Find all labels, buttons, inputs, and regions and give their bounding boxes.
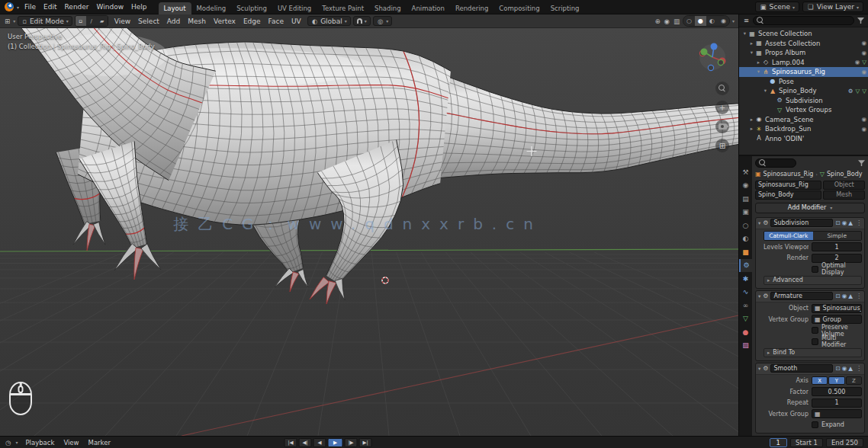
display-viewport-icon[interactable]: ⊡	[835, 293, 840, 299]
jump-to-end-button[interactable]: ▶|	[359, 438, 372, 447]
display-editmode-icon[interactable]: ▲	[848, 219, 853, 226]
menu-render[interactable]: Render	[61, 2, 93, 12]
segment-simple[interactable]: Simple	[813, 232, 862, 240]
filter-icon[interactable]	[857, 18, 864, 24]
disclosure-icon[interactable]: ▾	[762, 88, 769, 94]
disclosure-icon[interactable]: ▾	[741, 30, 748, 37]
disclosure-icon[interactable]: ▸	[755, 59, 762, 66]
picker-field-vertex-group[interactable]: ▦Group	[812, 315, 862, 324]
transform-orientation-dropdown[interactable]: ◐ Global ▾	[307, 16, 351, 26]
modifier-name-field[interactable]: Smooth	[770, 364, 833, 373]
wrench-icon[interactable]: ⚙	[848, 88, 854, 94]
viewport-menu-mesh[interactable]: Mesh	[184, 16, 210, 27]
properties-tab-material[interactable]: ●	[739, 325, 752, 339]
modifier-header[interactable]: ▾⚙Smooth⊡◉▲⋮	[756, 363, 864, 375]
filter-icon[interactable]	[858, 160, 865, 166]
axis-toggle-y[interactable]: Y	[828, 376, 844, 385]
workspace-tab-shading[interactable]: Shading	[369, 2, 407, 14]
display-editmode-icon[interactable]: ▲	[848, 293, 853, 299]
properties-tab-constraints[interactable]: ∞	[739, 299, 752, 312]
app-menu-caret-icon[interactable]: ▾	[17, 5, 19, 10]
viewport-menu-uv[interactable]: UV	[288, 16, 305, 27]
display-viewport-icon[interactable]: ⊡	[835, 219, 840, 226]
extras-menu-icon[interactable]: ⋮	[855, 293, 862, 299]
display-render-icon[interactable]: ◉	[842, 219, 847, 226]
extras-menu-icon[interactable]: ⋮	[855, 365, 862, 372]
shading-rendered-button[interactable]: ◉	[718, 16, 729, 26]
edge-select-mode-button[interactable]: ∕	[86, 16, 97, 26]
viewport-3d[interactable]: ⊞ ▾ ▫ Edit Mode ▾ ▫∕▰ ViewSelectAddMeshV…	[0, 14, 738, 436]
outliner-row-scene-collection[interactable]: ▾▦Scene Collection	[739, 29, 868, 39]
timeline-editor-icon[interactable]: ◷	[5, 439, 11, 446]
editor-type-caret-icon[interactable]: ▾	[13, 18, 15, 24]
viewport-menu-vertex[interactable]: Vertex	[210, 16, 240, 27]
outliner-row-subdivision[interactable]: ⚙Subdivision	[739, 96, 868, 106]
timeline-menu-playback[interactable]: Playback	[21, 437, 58, 448]
id-name-field[interactable]: Spinosaurus_Rig	[755, 181, 821, 190]
viewport-menu-edge[interactable]: Edge	[240, 16, 265, 27]
frame-start-field[interactable]: Start 1	[790, 438, 823, 447]
axis-toggle-z[interactable]: Z	[846, 376, 862, 385]
collapsed-panel-advanced[interactable]: ▸Advanced	[764, 276, 862, 285]
properties-tab-particles[interactable]: ✱	[739, 272, 752, 286]
play-button[interactable]: ▶	[328, 438, 343, 447]
disclosure-icon[interactable]: ▸	[748, 117, 755, 123]
workspace-tab-animation[interactable]: Animation	[407, 2, 450, 14]
collapse-icon[interactable]: ▾	[758, 220, 760, 226]
menu-help[interactable]: Help	[127, 2, 151, 12]
eye-icon[interactable]: ◉	[861, 69, 866, 75]
shading-options-caret-icon[interactable]: ▾	[732, 18, 735, 24]
value-field-repeat[interactable]: 1	[812, 398, 862, 408]
outliner-row-camera-scene[interactable]: ▸◉Camera_Scene◉	[739, 115, 868, 125]
modifier-name-field[interactable]: Armature	[770, 292, 833, 300]
viewport-menu-add[interactable]: Add	[163, 16, 184, 27]
value-field-factor[interactable]: 0.500	[812, 387, 862, 396]
shading-material-button[interactable]: ◐	[706, 16, 718, 26]
workspace-tab-sculpting[interactable]: Sculpting	[231, 2, 272, 14]
menu-edit[interactable]: Edit	[40, 2, 60, 12]
checkbox-optimal-display[interactable]	[812, 266, 818, 273]
outliner-row-anno-odin-[interactable]: AAnno 'ODIN'	[739, 134, 868, 144]
current-frame-field[interactable]: 1	[770, 438, 787, 447]
outliner-row-vertex-groups[interactable]: ▽Vertex Groups	[739, 105, 868, 115]
properties-tab-scene[interactable]: ○	[739, 219, 752, 232]
viewport-canvas[interactable]	[0, 28, 738, 436]
eye-icon[interactable]: ◉	[861, 50, 866, 56]
properties-tab-view-layer[interactable]: ▣	[739, 206, 752, 219]
show-gizmo-icon[interactable]: ⊕	[654, 18, 661, 25]
view-layer-selector[interactable]: ❏ View Layer ▾	[802, 2, 863, 12]
menu-window[interactable]: Window	[93, 2, 128, 12]
outliner-search-input[interactable]	[753, 16, 854, 25]
picker-field-vertex-group[interactable]: ▦	[812, 409, 862, 418]
breadcrumb-item[interactable]: Spino_Body	[827, 171, 863, 178]
modifier-name-field[interactable]: Subdivision	[770, 219, 833, 227]
timeline-menu-view[interactable]: View	[59, 437, 82, 448]
outliner-row-props-album[interactable]: ▾▦Props Album◉	[739, 48, 868, 58]
jump-to-start-button[interactable]: |◀	[285, 438, 297, 447]
outliner-row-backdrop-sun[interactable]: ▸✳Backdrop_Sun◉	[739, 124, 868, 134]
properties-tab-modifiers[interactable]: ⚙	[739, 259, 752, 273]
breadcrumb-item[interactable]: Spinosaurus_Rig	[764, 171, 814, 178]
display-viewport-icon[interactable]: ⊡	[835, 365, 840, 372]
display-render-icon[interactable]: ◉	[842, 365, 847, 372]
prev-keyframe-button[interactable]: ◀|	[299, 438, 312, 447]
checkbox-preserve-volume[interactable]	[812, 327, 818, 334]
outliner-row-spino-body[interactable]: ▾▲Spino_Body⚙▽▽	[739, 86, 868, 96]
scene-svg[interactable]	[0, 28, 738, 436]
vgroup-icon[interactable]: ▽	[855, 88, 860, 94]
display-render-icon[interactable]: ◉	[842, 293, 847, 299]
viewport-menu-view[interactable]: View	[111, 16, 134, 27]
eye-icon[interactable]: ◉	[861, 40, 866, 46]
picker-field-object[interactable]: ▦Spinosaurus_Rig	[812, 304, 862, 313]
disclosure-icon[interactable]: ▸	[748, 126, 755, 132]
id-name-field[interactable]: Spino_Body	[755, 190, 821, 200]
segment-catmull-clark[interactable]: Catmull-Clark	[764, 232, 813, 240]
scene-selector[interactable]: ▣ Scene ▾	[755, 2, 800, 12]
eye-icon[interactable]: ◉	[861, 126, 866, 133]
perspective-toggle-button[interactable]: ⊞	[715, 139, 729, 152]
add-modifier-button[interactable]: Add Modifier ▾	[755, 203, 865, 213]
outliner-display-mode-icon[interactable]: ≡	[743, 17, 750, 24]
zoom-tool-button[interactable]	[715, 82, 729, 95]
menu-file[interactable]: File	[21, 2, 40, 12]
viewport-menu-face[interactable]: Face	[265, 16, 288, 27]
